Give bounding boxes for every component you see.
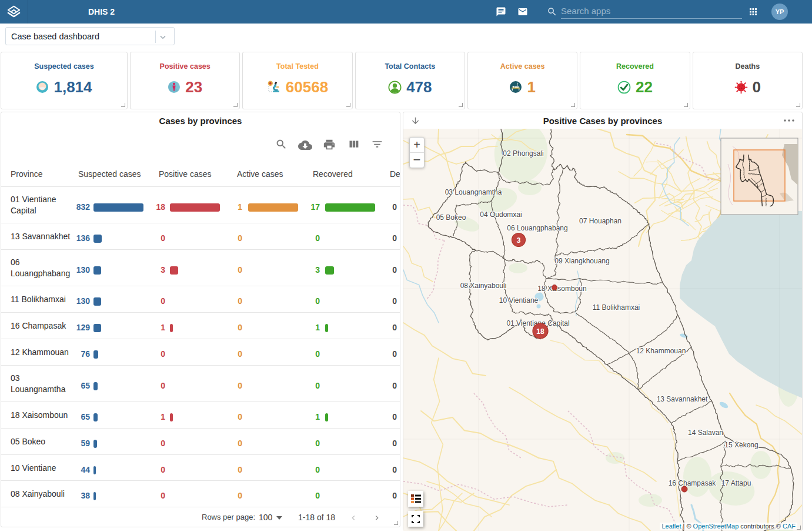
svg-text:15 Xekong: 15 Xekong [724, 441, 758, 449]
svg-text:18: 18 [536, 327, 544, 336]
svg-text:12 Khammouan: 12 Khammouan [636, 347, 686, 355]
svg-text:3: 3 [517, 236, 521, 245]
svg-text:08 Xainyabouli: 08 Xainyabouli [460, 282, 507, 290]
svg-text:14 Salavan: 14 Salavan [688, 429, 723, 437]
svg-text:18 Xaisomboun: 18 Xaisomboun [537, 285, 586, 293]
svg-text:16 Champasak: 16 Champasak [669, 479, 717, 487]
svg-text:09 Xiangkhouang: 09 Xiangkhouang [554, 257, 609, 265]
svg-text:07 Houaphan: 07 Houaphan [579, 217, 621, 225]
svg-text:11 Bolikhamxai: 11 Bolikhamxai [593, 303, 640, 312]
svg-text:02 Phongsali: 02 Phongsali [503, 149, 543, 158]
svg-text:13 Savannakhet: 13 Savannakhet [657, 395, 708, 403]
svg-text:05 Bokeo: 05 Bokeo [436, 213, 466, 222]
svg-text:10 Vientiane: 10 Vientiane [499, 296, 539, 305]
svg-text:06 Louangphabang: 06 Louangphabang [507, 224, 567, 232]
svg-text:03 Louangnamtha: 03 Louangnamtha [445, 188, 502, 196]
svg-text:17 Attapu: 17 Attapu [721, 479, 751, 487]
svg-text:04 Oudomxai: 04 Oudomxai [480, 210, 522, 219]
